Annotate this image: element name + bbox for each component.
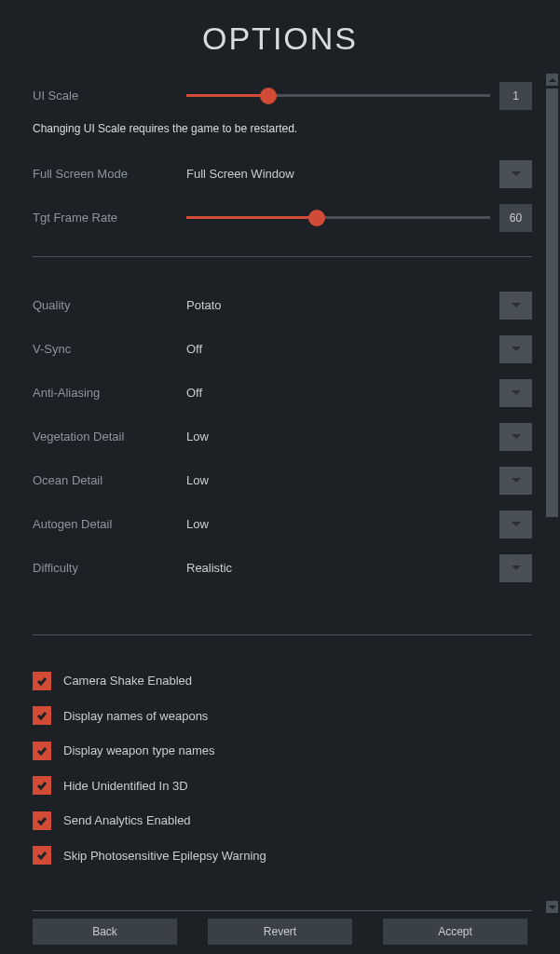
camera-shake-label: Camera Shake Enabled bbox=[63, 674, 192, 688]
epilepsy-label: Skip Photosensitive Epilepsy Warning bbox=[63, 849, 266, 863]
analytics-checkbox[interactable] bbox=[33, 811, 51, 830]
check-icon bbox=[36, 745, 48, 756]
chevron-down-icon bbox=[512, 303, 521, 307]
check-icon bbox=[36, 710, 48, 721]
chevron-down-icon bbox=[512, 390, 521, 395]
revert-button[interactable]: Revert bbox=[208, 919, 352, 945]
weapon-types-label: Display weapon type names bbox=[63, 743, 215, 757]
chevron-up-icon bbox=[549, 78, 556, 82]
camera-shake-checkbox[interactable] bbox=[33, 672, 51, 690]
page-title: OPTIONS bbox=[0, 0, 560, 74]
tgt-frame-slider[interactable] bbox=[186, 196, 490, 239]
scroll-down-button[interactable] bbox=[546, 901, 558, 913]
difficulty-value: Realistic bbox=[186, 561, 490, 575]
tgt-frame-label: Tgt Frame Rate bbox=[33, 211, 186, 225]
ui-scale-note: Changing UI Scale requires the game to b… bbox=[33, 117, 532, 152]
check-icon bbox=[36, 780, 48, 791]
scroll-thumb[interactable] bbox=[546, 89, 558, 517]
autogen-label: Autogen Detail bbox=[33, 517, 186, 531]
veg-dropdown[interactable] bbox=[499, 423, 532, 451]
vsync-dropdown[interactable] bbox=[499, 335, 532, 363]
ui-scale-label: UI Scale bbox=[33, 89, 186, 102]
quality-dropdown[interactable] bbox=[499, 292, 532, 320]
weapon-names-checkbox[interactable] bbox=[33, 706, 51, 725]
divider bbox=[33, 634, 532, 635]
difficulty-dropdown[interactable] bbox=[499, 554, 532, 582]
chevron-down-icon bbox=[512, 566, 521, 570]
check-icon bbox=[36, 850, 48, 861]
chevron-down-icon bbox=[512, 478, 521, 483]
scrollbar[interactable] bbox=[546, 74, 558, 913]
check-icon bbox=[36, 675, 48, 687]
fullscreen-value: Full Screen Window bbox=[186, 167, 490, 181]
analytics-label: Send Analytics Enabled bbox=[63, 813, 191, 827]
accept-button[interactable]: Accept bbox=[383, 919, 527, 945]
difficulty-label: Difficulty bbox=[33, 561, 186, 575]
ocean-value: Low bbox=[186, 473, 490, 487]
chevron-down-icon bbox=[512, 522, 521, 526]
back-button[interactable]: Back bbox=[33, 919, 177, 945]
epilepsy-checkbox[interactable] bbox=[33, 846, 51, 865]
chevron-down-icon bbox=[512, 347, 521, 351]
veg-value: Low bbox=[186, 429, 490, 443]
quality-label: Quality bbox=[33, 298, 186, 312]
ui-scale-slider[interactable] bbox=[186, 74, 490, 117]
hide-unid-checkbox[interactable] bbox=[33, 776, 51, 795]
aa-value: Off bbox=[186, 386, 490, 400]
ui-scale-value[interactable]: 1 bbox=[499, 82, 532, 110]
ocean-dropdown[interactable] bbox=[499, 467, 532, 495]
weapon-names-label: Display names of weapons bbox=[63, 709, 208, 723]
fullscreen-label: Full Screen Mode bbox=[33, 167, 186, 181]
divider bbox=[33, 256, 532, 257]
scroll-up-button[interactable] bbox=[546, 74, 558, 86]
ocean-label: Ocean Detail bbox=[33, 473, 186, 487]
vsync-value: Off bbox=[186, 342, 490, 356]
veg-label: Vegetation Detail bbox=[33, 429, 186, 443]
divider bbox=[33, 910, 532, 911]
aa-label: Anti-Aliasing bbox=[33, 386, 186, 400]
weapon-types-checkbox[interactable] bbox=[33, 742, 51, 760]
hide-unid-label: Hide Unidentified In 3D bbox=[63, 779, 188, 793]
tgt-frame-value[interactable]: 60 bbox=[499, 204, 532, 232]
aa-dropdown[interactable] bbox=[499, 379, 532, 407]
chevron-down-icon bbox=[549, 906, 556, 909]
check-icon bbox=[36, 815, 48, 826]
autogen-dropdown[interactable] bbox=[499, 511, 532, 538]
autogen-value: Low bbox=[186, 517, 490, 531]
chevron-down-icon bbox=[512, 171, 521, 176]
chevron-down-icon bbox=[512, 434, 521, 439]
fullscreen-dropdown[interactable] bbox=[499, 160, 532, 188]
quality-value: Potato bbox=[186, 298, 490, 312]
vsync-label: V-Sync bbox=[33, 342, 186, 356]
